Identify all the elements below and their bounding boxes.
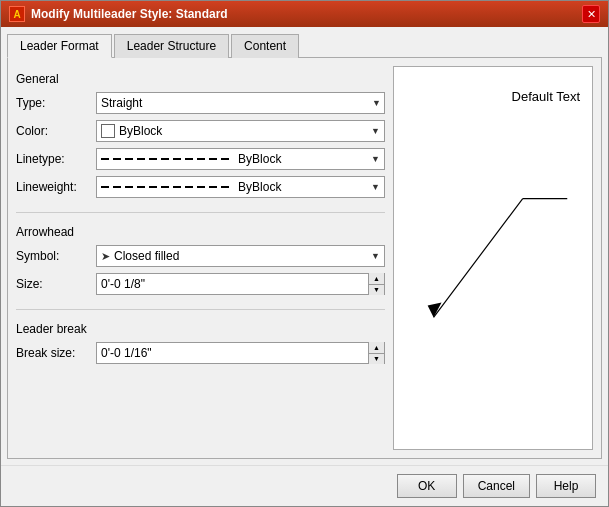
type-row: Type: Straight Spline None xyxy=(16,92,385,114)
main-panel: General Type: Straight Spline None xyxy=(7,58,602,459)
help-button[interactable]: Help xyxy=(536,474,596,498)
size-label: Size: xyxy=(16,277,96,291)
color-row: Color: ByBlock ByLayer Red ▼ xyxy=(16,120,385,142)
color-select[interactable]: ByBlock ByLayer Red xyxy=(119,121,367,141)
tab-leader-structure[interactable]: Leader Structure xyxy=(114,34,229,58)
tab-bar: Leader Format Leader Structure Content xyxy=(7,33,602,58)
content-area: Leader Format Leader Structure Content G… xyxy=(1,27,608,465)
svg-line-0 xyxy=(434,199,523,318)
arrowhead-section-label: Arrowhead xyxy=(16,225,385,239)
divider-2 xyxy=(16,309,385,310)
size-spinner-buttons: ▲ ▼ xyxy=(368,273,384,295)
lineweight-label: Lineweight: xyxy=(16,180,96,194)
break-size-decrement-button[interactable]: ▼ xyxy=(369,354,384,365)
color-label: Color: xyxy=(16,124,96,138)
symbol-select-wrapper: ➤ Closed filled Closed Open None ▼ xyxy=(96,245,385,267)
bottom-bar: OK Cancel Help xyxy=(1,465,608,506)
linetype-select[interactable]: ByBlock ByLayer xyxy=(238,149,367,169)
lineweight-select-wrapper: ByBlock ByLayer ▼ xyxy=(96,176,385,198)
symbol-dropdown-icon: ▼ xyxy=(371,251,380,261)
linetype-row: Linetype: ByBlock ByLayer ▼ xyxy=(16,148,385,170)
preview-svg xyxy=(394,67,592,449)
ok-button[interactable]: OK xyxy=(397,474,457,498)
preview-panel: Default Text xyxy=(393,66,593,450)
linetype-control: ByBlock ByLayer ▼ xyxy=(96,148,385,170)
break-size-control: ▲ ▼ xyxy=(96,342,385,364)
preview-default-text: Default Text xyxy=(512,89,580,104)
break-size-input[interactable] xyxy=(97,343,368,363)
break-size-label: Break size: xyxy=(16,346,96,360)
general-section-label: General xyxy=(16,72,385,86)
lineweight-control: ByBlock ByLayer ▼ xyxy=(96,176,385,198)
symbol-row: Symbol: ➤ Closed filled Closed Open None… xyxy=(16,245,385,267)
type-select[interactable]: Straight Spline None xyxy=(96,92,385,114)
lineweight-row: Lineweight: ByBlock ByLayer ▼ xyxy=(16,176,385,198)
size-row: Size: ▲ ▼ xyxy=(16,273,385,295)
left-panel: General Type: Straight Spline None xyxy=(16,66,385,450)
linetype-dropdown-icon: ▼ xyxy=(371,154,380,164)
break-size-row: Break size: ▲ ▼ xyxy=(16,342,385,364)
title-bar: A Modify Multileader Style: Standard ✕ xyxy=(1,1,608,27)
color-select-wrapper: ByBlock ByLayer Red ▼ xyxy=(96,120,385,142)
symbol-control: ➤ Closed filled Closed Open None ▼ xyxy=(96,245,385,267)
type-select-wrapper: Straight Spline None xyxy=(96,92,385,114)
break-size-increment-button[interactable]: ▲ xyxy=(369,342,384,354)
main-window: A Modify Multileader Style: Standard ✕ L… xyxy=(0,0,609,507)
size-decrement-button[interactable]: ▼ xyxy=(369,285,384,296)
lineweight-dropdown-icon: ▼ xyxy=(371,182,380,192)
cancel-button[interactable]: Cancel xyxy=(463,474,530,498)
color-control: ByBlock ByLayer Red ▼ xyxy=(96,120,385,142)
tab-leader-format[interactable]: Leader Format xyxy=(7,34,112,58)
symbol-label: Symbol: xyxy=(16,249,96,263)
symbol-select[interactable]: Closed filled Closed Open None xyxy=(114,246,367,266)
size-control: ▲ ▼ xyxy=(96,273,385,295)
break-size-spinner-buttons: ▲ ▼ xyxy=(368,342,384,364)
arrowhead-icon: ➤ xyxy=(101,250,110,263)
tab-content[interactable]: Content xyxy=(231,34,299,58)
type-label: Type: xyxy=(16,96,96,110)
color-swatch xyxy=(101,124,115,138)
size-input[interactable] xyxy=(97,274,368,294)
color-dropdown-icon: ▼ xyxy=(371,126,380,136)
linetype-label: Linetype: xyxy=(16,152,96,166)
linetype-preview xyxy=(101,158,230,160)
divider-1 xyxy=(16,212,385,213)
type-control: Straight Spline None xyxy=(96,92,385,114)
leader-break-section-label: Leader break xyxy=(16,322,385,336)
lineweight-select[interactable]: ByBlock ByLayer xyxy=(238,177,367,197)
size-increment-button[interactable]: ▲ xyxy=(369,273,384,285)
close-button[interactable]: ✕ xyxy=(582,5,600,23)
size-spinner: ▲ ▼ xyxy=(96,273,385,295)
break-size-spinner: ▲ ▼ xyxy=(96,342,385,364)
window-title: Modify Multileader Style: Standard xyxy=(31,7,228,21)
lineweight-preview xyxy=(101,186,230,188)
app-icon: A xyxy=(9,6,25,22)
linetype-select-wrapper: ByBlock ByLayer ▼ xyxy=(96,148,385,170)
